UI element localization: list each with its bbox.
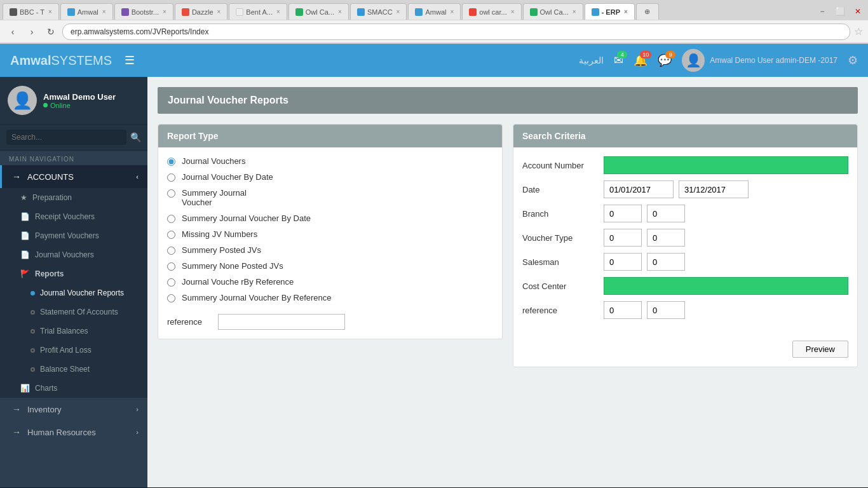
- voucher-type-from-input[interactable]: [604, 229, 642, 247]
- app-wrapper: AmwalSYSTEMS ☰ العربية ✉ 4 🔔 10 💬 9 👤 Am…: [0, 44, 868, 487]
- tab-owlcar1[interactable]: Owl Ca...×: [288, 3, 349, 20]
- menu-toggle-btn[interactable]: ☰: [125, 53, 135, 67]
- tab-smacc[interactable]: SMACC×: [350, 3, 407, 20]
- back-btn[interactable]: ‹: [5, 24, 20, 39]
- criteria-reference-label: reference: [522, 306, 599, 315]
- payment-icon: 📄: [20, 231, 30, 240]
- tab-bent[interactable]: Bent A...×: [229, 3, 287, 20]
- settings-icon[interactable]: ⚙: [848, 53, 858, 67]
- maximize-btn[interactable]: ⬜: [832, 4, 848, 19]
- salesman-to-input[interactable]: [647, 253, 685, 271]
- radio-summery-jv-by-date-input[interactable]: [167, 215, 175, 223]
- sidebar-item-payment-vouchers[interactable]: 📄 Payment Vouchers: [0, 226, 147, 245]
- radio-jv-by-reference-input[interactable]: [167, 278, 175, 287]
- sidebar-item-statement-accounts[interactable]: Statement Of Accounts: [0, 302, 147, 322]
- sidebar-item-inventory[interactable]: → Inventory ›: [0, 398, 147, 421]
- tab-amwal1[interactable]: Amwal×: [60, 3, 113, 20]
- tab-google[interactable]: owl car...×: [462, 3, 521, 20]
- sidebar-item-reports[interactable]: 🚩 Reports: [0, 264, 147, 283]
- arabic-label[interactable]: العربية: [579, 55, 604, 65]
- refresh-btn[interactable]: ↻: [43, 24, 58, 39]
- radio-jv-by-date-label[interactable]: Journal Voucher By Date: [182, 172, 273, 182]
- forward-btn[interactable]: ›: [24, 24, 39, 39]
- mail-btn[interactable]: ✉ 4: [614, 53, 623, 67]
- sidebar: 👤 Amwal Demo User Online 🔍 MAIN NAVIGATI…: [0, 77, 147, 487]
- inventory-icon: →: [11, 404, 22, 414]
- bookmark-btn[interactable]: ☆: [854, 25, 863, 37]
- receipt-label: Receipt Vouchers: [35, 212, 95, 221]
- radio-journal-vouchers-label[interactable]: Journal Vouchers: [182, 156, 245, 166]
- tab-erp[interactable]: - ERP×: [585, 3, 635, 20]
- criteria-reference-row: reference: [522, 301, 848, 319]
- sidebar-search-input[interactable]: [6, 130, 126, 145]
- balance-label: Balance Sheet: [40, 365, 90, 374]
- sidebar-item-journal-vouchers[interactable]: 📄 Journal Vouchers: [0, 245, 147, 264]
- report-type-panel: Report Type Journal Vouchers Journal Vou…: [158, 124, 503, 339]
- mail-badge: 4: [617, 51, 627, 58]
- radio-missing-jv-label[interactable]: Missing JV Numbers: [182, 229, 257, 239]
- radio-summery-jv-by-date: Summery Journal Voucher By Date: [167, 214, 493, 223]
- date-to-input[interactable]: [679, 180, 749, 198]
- tab-dazzle[interactable]: Dazzle×: [175, 3, 227, 20]
- criteria-reference-to-input[interactable]: [647, 301, 685, 319]
- cost-center-label: Cost Center: [522, 281, 599, 291]
- radio-summery-posted-input[interactable]: [167, 247, 175, 255]
- receipt-icon: 📄: [20, 212, 30, 221]
- radio-journal-vouchers-input[interactable]: [167, 158, 175, 166]
- tab-amwal2[interactable]: Amwal×: [408, 3, 461, 20]
- close-btn[interactable]: ✕: [850, 4, 865, 19]
- chat-btn[interactable]: 💬 9: [658, 53, 672, 67]
- reports-icon: 🚩: [20, 269, 30, 278]
- radio-summery-jv-by-ref-input[interactable]: [167, 294, 175, 302]
- address-input[interactable]: [62, 24, 850, 40]
- radio-jv-by-date-input[interactable]: [167, 173, 175, 182]
- radio-summery-posted-label[interactable]: Summery Posted JVs: [182, 245, 261, 255]
- address-bar-row: ‹ › ↻ ☆: [0, 20, 868, 43]
- minimize-btn[interactable]: −: [815, 4, 830, 19]
- preview-row: Preview: [513, 334, 857, 367]
- sidebar-item-hr[interactable]: → Human Resources ›: [0, 421, 147, 444]
- cost-center-input[interactable]: [604, 277, 848, 295]
- sidebar-item-preparation[interactable]: ★ Preparation: [0, 188, 147, 207]
- radio-jv-by-reference-label[interactable]: Journal Vouche rBy Reference: [182, 277, 294, 287]
- radio-summery-none-posted-label[interactable]: Summery None Posted JVs: [182, 261, 283, 271]
- reference-input[interactable]: [218, 314, 345, 330]
- tab-new[interactable]: ⊕: [636, 3, 659, 20]
- tab-owlcar2[interactable]: Owl Ca...×: [523, 3, 583, 20]
- radio-summery-none-posted-input[interactable]: [167, 262, 175, 271]
- salesman-from-input[interactable]: [604, 253, 642, 271]
- salesman-row: Salesman: [522, 253, 848, 271]
- voucher-type-to-input[interactable]: [647, 229, 685, 247]
- radio-summery-jv-input[interactable]: [167, 189, 175, 198]
- tab-bootstrap[interactable]: Bootstr...×: [114, 3, 173, 20]
- sidebar-item-charts[interactable]: 📊 Charts: [0, 379, 147, 398]
- sidebar-item-profit-loss[interactable]: Profit And Loss: [0, 341, 147, 360]
- sidebar-item-accounts[interactable]: → ACCOUNTS ‹: [0, 165, 147, 188]
- sidebar-item-balance-sheet[interactable]: Balance Sheet: [0, 360, 147, 379]
- sidebar-item-trial-balances[interactable]: Trial Balances: [0, 322, 147, 341]
- radio-summery-jv-by-date-label[interactable]: Summery Journal Voucher By Date: [182, 214, 311, 223]
- profile-name: Amwal Demo User: [43, 92, 116, 102]
- branch-to-input[interactable]: [647, 205, 685, 222]
- tab-bbc[interactable]: BBC - T×: [3, 3, 59, 20]
- page-header: Journal Voucher Reports: [158, 87, 858, 114]
- radio-summery-jv-by-ref-label[interactable]: Summery Journal Voucher By Reference: [182, 293, 332, 302]
- criteria-reference-from-input[interactable]: [604, 301, 642, 319]
- radio-summery-jv: Summery JournalVoucher: [167, 188, 493, 207]
- trial-label: Trial Balances: [40, 327, 88, 336]
- inventory-label: Inventory: [27, 405, 61, 414]
- bell-btn[interactable]: 🔔 10: [634, 53, 648, 67]
- radio-missing-jv-input[interactable]: [167, 231, 175, 239]
- brand-normal: SYSTEMS: [51, 53, 112, 67]
- search-icon[interactable]: 🔍: [126, 132, 141, 142]
- sidebar-item-receipt-vouchers[interactable]: 📄 Receipt Vouchers: [0, 207, 147, 226]
- radio-jv-by-date: Journal Voucher By Date: [167, 172, 493, 182]
- profile-status: Online: [43, 102, 116, 109]
- branch-from-input[interactable]: [604, 205, 642, 222]
- account-number-input[interactable]: [604, 156, 848, 174]
- preview-button[interactable]: Preview: [792, 341, 848, 358]
- profile-info: Amwal Demo User Online: [43, 92, 116, 109]
- radio-summery-jv-label[interactable]: Summery JournalVoucher: [182, 188, 247, 207]
- sidebar-item-jv-reports[interactable]: Journal Voucher Reports: [0, 283, 147, 302]
- date-from-input[interactable]: [604, 180, 674, 198]
